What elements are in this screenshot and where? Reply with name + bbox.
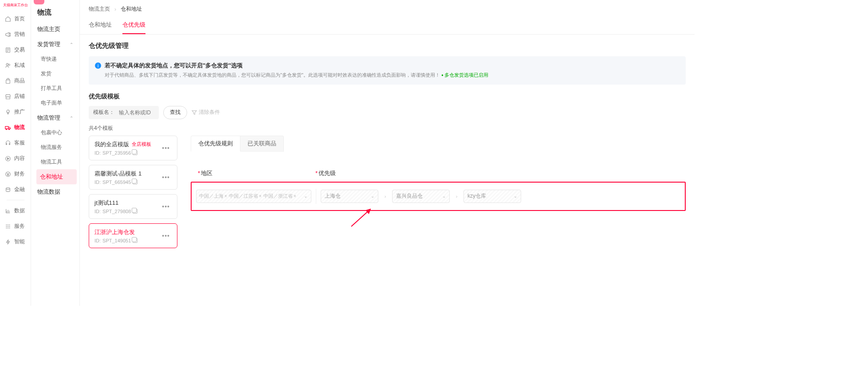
sidebar-sub-print[interactable]: 打单工具 <box>31 81 79 96</box>
template-card-selected[interactable]: 江浙沪上海仓发 ID: SPT_149051 ••• <box>89 223 177 248</box>
nav-label: 营销 <box>14 31 25 38</box>
copy-icon[interactable] <box>133 150 137 155</box>
remove-tag-icon[interactable]: × <box>259 194 262 199</box>
bulb-icon <box>4 109 12 116</box>
sidebar-item-label: 发货管理 <box>37 40 60 48</box>
detail-tab-goods[interactable]: 已关联商品 <box>240 136 284 152</box>
template-card[interactable]: 霜馨测试-品模板 1 ID: SPT_665945 ••• <box>89 165 177 190</box>
nav-shop[interactable]: 店铺 <box>0 89 31 104</box>
nav-trade[interactable]: 交易 <box>0 42 31 58</box>
nav-goods[interactable]: 商品 <box>0 73 31 89</box>
chevron-right-icon: › <box>114 6 116 12</box>
sidebar-item-label: 物流数据 <box>37 188 60 196</box>
region-multiselect[interactable]: 中国／上海 × 中国／江苏省 × 中国／浙江省 × ⌄ <box>196 190 311 203</box>
tab-warehouse-addr[interactable]: 仓和地址 <box>89 16 112 34</box>
tab-warehouse-priority[interactable]: 仓优先级 <box>122 16 145 34</box>
svg-point-19 <box>9 227 10 228</box>
sidebar-sub-warehouse-addr[interactable]: 仓和地址 <box>36 169 77 184</box>
top-pill-decoration <box>34 0 44 4</box>
chevron-down-icon: ⌄ <box>514 194 517 199</box>
nav-service[interactable]: 客服 <box>0 135 31 151</box>
svg-point-11 <box>6 224 7 225</box>
priority-select-1[interactable]: 上海仓⌄ <box>321 190 378 203</box>
template-card[interactable]: jt测试111 ID: SPT_279808 ••• <box>89 194 177 219</box>
nav-label: 物流 <box>14 124 25 131</box>
logo: 天猫商家工作台 <box>0 0 31 11</box>
nav-marketing[interactable]: 营销 <box>0 27 31 42</box>
priority-select-2[interactable]: 嘉兴良品仓⌄ <box>392 190 450 203</box>
home-icon <box>4 16 12 23</box>
annotation-arrow <box>349 207 376 229</box>
svg-point-17 <box>6 227 7 228</box>
copy-icon[interactable] <box>133 238 137 243</box>
sidebar-item-home[interactable]: 物流主页 <box>31 22 79 37</box>
svg-point-12 <box>8 224 8 225</box>
sidebar-item-label: 物流管理 <box>37 114 60 122</box>
detail-tabs: 仓优先级规则 已关联商品 <box>191 136 686 152</box>
detail-tab-rules[interactable]: 仓优先级规则 <box>191 136 240 152</box>
remove-tag-icon[interactable]: × <box>224 194 227 199</box>
template-count: 共4个模板 <box>89 125 686 132</box>
sidebar-sub-logisvc[interactable]: 物流服务 <box>31 140 79 155</box>
grid-icon <box>4 223 12 230</box>
template-card[interactable]: 我的全店模版全店模板 ID: SPT_235956 ••• <box>89 136 177 160</box>
sidebar-group-logimgmt[interactable]: 物流管理⌃ <box>31 110 79 125</box>
info-alert: i 若不确定具体的发货地点，您可以开启"多仓发货"选项 对于代销商品、多线下门店… <box>89 56 686 85</box>
nav-promo[interactable]: 推广 <box>0 104 31 120</box>
sidebar-sub-ewaybill[interactable]: 电子面单 <box>31 96 79 110</box>
template-name: jt测试111 <box>94 199 137 207</box>
clear-filter-label: 清除条件 <box>199 109 220 116</box>
svg-point-1 <box>6 63 8 65</box>
svg-point-16 <box>9 226 10 226</box>
region-tag: 中国／上海 × <box>199 193 227 199</box>
truck-icon <box>4 124 12 131</box>
headset-icon <box>4 140 12 147</box>
more-icon[interactable]: ••• <box>160 144 172 152</box>
sidebar-sub-logitool[interactable]: 物流工具 <box>31 155 79 169</box>
svg-point-2 <box>8 64 10 66</box>
sidebar-sub-express[interactable]: 寄快递 <box>31 52 79 66</box>
more-icon[interactable]: ••• <box>160 174 172 181</box>
region-tag: 中国／江苏省 × <box>229 193 262 199</box>
template-id: ID: SPT_149051 <box>94 238 137 243</box>
nav-content[interactable]: 内容 <box>0 151 31 166</box>
nav-separator <box>7 200 24 200</box>
region-tag: 中国／浙江省 × <box>263 193 296 199</box>
sidebar: 物流 物流主页 发货管理⌃ 寄快递 发货 打单工具 电子面单 物流管理⌃ 包裹中… <box>31 0 80 306</box>
coin-icon <box>4 186 12 193</box>
alert-link[interactable]: 多仓发货选项已启用 <box>441 72 488 78</box>
nav-home[interactable]: 首页 <box>0 11 31 27</box>
breadcrumb-item[interactable]: 物流主页 <box>89 5 110 13</box>
copy-icon[interactable] <box>133 209 137 214</box>
nav-label: 私域 <box>14 62 25 69</box>
copy-icon[interactable] <box>133 179 137 184</box>
priority-select-3[interactable]: kzy仓库⌄ <box>463 190 521 203</box>
nav-finance[interactable]: 财务 <box>0 166 31 182</box>
sidebar-group-ship[interactable]: 发货管理⌃ <box>31 37 79 52</box>
bolt-icon <box>4 238 12 246</box>
nav-data[interactable]: 数据 <box>0 203 31 218</box>
filter-input-wrap: 模板名： <box>89 106 159 119</box>
nav-label: 数据 <box>14 207 25 214</box>
nav-label: 客服 <box>14 139 25 147</box>
template-name-input[interactable] <box>119 106 159 119</box>
main-tabs: 仓和地址 仓优先级 <box>80 16 695 35</box>
sidebar-sub-send[interactable]: 发货 <box>31 66 79 81</box>
nav-funding[interactable]: 金融 <box>0 182 31 197</box>
chevron-down-icon: ⌄ <box>304 194 307 199</box>
search-button[interactable]: 查找 <box>163 106 187 119</box>
clear-filter-link[interactable]: 清除条件 <box>192 109 220 116</box>
nav-logistics[interactable]: 物流 <box>0 120 31 135</box>
nav-label: 推广 <box>14 108 25 116</box>
more-icon[interactable]: ••• <box>160 203 172 210</box>
template-section-title: 优先级模板 <box>89 93 686 101</box>
more-icon[interactable]: ••• <box>160 232 172 239</box>
vertical-separator <box>316 189 316 204</box>
nav-private[interactable]: 私域 <box>0 58 31 73</box>
chevron-down-icon: ⌄ <box>371 194 374 199</box>
remove-tag-icon[interactable]: × <box>294 194 296 199</box>
nav-services[interactable]: 服务 <box>0 218 31 234</box>
nav-smart[interactable]: 智能 <box>0 234 31 249</box>
sidebar-sub-parcel[interactable]: 包裹中心 <box>31 125 79 140</box>
sidebar-item-logidata[interactable]: 物流数据 <box>31 184 79 199</box>
